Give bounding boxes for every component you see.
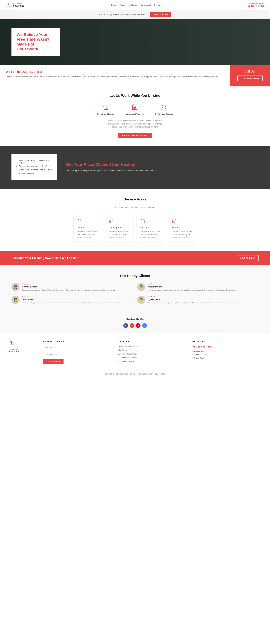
footer-link-5-anchor[interactable]: Book Cleaning online (118, 360, 134, 362)
client-debra-stars: ★★★★★ (22, 296, 119, 298)
nav-residential[interactable]: Residential (128, 4, 137, 6)
area-phoenix-desc: Excepturi ex Delectus autem Ex vel corpo… (172, 230, 193, 238)
svg-rect-16 (80, 221, 81, 221)
areas-grid: Denver Excepturi ex Delectus autem Ex ve… (6, 214, 264, 242)
client-miranda-avatar: 👩 (11, 283, 19, 291)
nav-home[interactable]: Home (111, 4, 116, 6)
area-denver-name: Denver (77, 226, 99, 229)
area-san-jose: San Jose Excepturi ex Delectus autem Ex … (136, 214, 165, 242)
send-request-button[interactable]: SEND REQUEST (237, 255, 259, 261)
google-icon[interactable]: G (142, 323, 147, 328)
client-kyle-info: ★★★★★ Kyle Romero Ullamcorper architecto… (147, 296, 238, 304)
footer-link-3: Our Residential Services (118, 353, 187, 355)
customized-icon (160, 103, 168, 112)
footer-send-button[interactable]: SEND REQUEST (43, 359, 64, 364)
footer-link-5: Book Cleaning online (118, 360, 187, 362)
area-los-angeles-name: Los Angeles (109, 226, 130, 229)
svg-rect-26 (174, 221, 174, 223)
footer-name-input[interactable] (43, 345, 112, 350)
svg-rect-24 (143, 221, 144, 221)
svg-rect-5 (105, 108, 106, 110)
services-icons: Residential Cleaning Commercial Cleaning (6, 103, 264, 115)
area-denver: Denver Excepturi ex Delectus autem Ex ve… (73, 214, 102, 242)
svg-rect-25 (172, 220, 176, 223)
footer-link-4: Our Commercial Services (118, 356, 187, 359)
book-button[interactable]: BOOK IN LESS THAN 60 SEC (118, 133, 152, 138)
client-debra-avatar: 👩 (11, 296, 19, 304)
nav-about[interactable]: About (120, 4, 125, 6)
facebook-icon[interactable]: f (123, 323, 128, 328)
promo-item-3: ✓Simple flat rate pricing for you & your… (16, 168, 53, 172)
commercial-icon (130, 103, 139, 112)
promo-list: ✓Move In/Outs & Deep Cleaning services o… (16, 159, 53, 176)
areas-subtitle: Luctus nec ullamcorper mattis, pulvinar … (6, 206, 264, 208)
area-los-angeles-desc: Excepturi ex Delectus autem Ex vel corpo… (109, 230, 130, 238)
client-miranda: 👩 ★★★★★ Miranda Snyder Eiusmod repellat,… (11, 283, 133, 292)
footer-link-1-anchor[interactable]: Cleaning Solutions For You (118, 346, 138, 348)
cta-strip: Schedule Your Cleaning Now & Get Free Es… (0, 251, 270, 265)
promo-card: ✓Move In/Outs & Deep Cleaning services o… (11, 154, 57, 180)
svg-rect-0 (7, 3, 8, 5)
banner-call-button[interactable]: CALL US TODAY (150, 12, 171, 17)
svg-rect-30 (12, 342, 14, 344)
pinterest-icon[interactable]: p (136, 323, 140, 328)
call-us-button[interactable]: 📞 91 123-456-7890 (237, 76, 263, 81)
svg-rect-23 (141, 221, 142, 221)
area-denver-desc: Excepturi ex Delectus autem Ex vel corpo… (77, 230, 99, 238)
client-debra-name: Debra Reyes (22, 298, 119, 301)
svg-rect-19 (110, 221, 110, 221)
logo-text: CLEANINGSOLUTIONS (13, 2, 24, 7)
client-harold: 👨 ★★★★★ Harold Harrison Dui vitae dignis… (137, 283, 259, 292)
svg-rect-10 (135, 106, 136, 107)
client-harold-text: Dui vitae dignissim recusandae, euismod … (147, 289, 237, 292)
nav-contact[interactable]: Contact (154, 4, 160, 6)
svg-rect-7 (134, 108, 135, 110)
area-phoenix-icon (172, 218, 193, 224)
promo-text-block: Get Your Place Cleaned And Healthy Odit … (66, 162, 259, 172)
footer-link-2-anchor[interactable]: Who We Are (118, 349, 127, 351)
review-icons: f S p G (5, 323, 265, 328)
cta-strip-text: Schedule Your Cleaning Now & Get Free Es… (11, 256, 79, 260)
svg-rect-9 (133, 106, 134, 107)
client-miranda-name: Miranda Snyder (22, 286, 116, 288)
promo-heading: Get Your Place Cleaned And Healthy (66, 162, 259, 167)
call-phone: 91 123-456-7890 (244, 77, 259, 80)
area-san-jose-icon (140, 218, 162, 224)
client-miranda-stars: ★★★★★ (22, 283, 116, 285)
services-description: Mi laborum, illum fuga adipiscing aliqua… (105, 119, 165, 129)
social-s-icon[interactable]: S (130, 323, 134, 328)
check-icon-2: ✓ (16, 165, 18, 167)
client-kyle-name: Kyle Romero (147, 298, 238, 301)
nav-cta-phone[interactable]: 91 123-456-7890 (248, 4, 264, 7)
footer-contact-input[interactable] (43, 352, 112, 357)
call-us-title: Call Us! (245, 70, 255, 73)
svg-rect-13 (78, 220, 81, 223)
footer-callback-title: Request A Callback (43, 340, 112, 343)
service-commercial-label: Commercial Cleaning (126, 113, 143, 115)
svg-rect-15 (78, 221, 79, 221)
footer-link-4-anchor[interactable]: Our Commercial Services (118, 357, 137, 359)
promo-banner: Special Savings! Book For This Saturday … (0, 10, 270, 19)
area-denver-icon (77, 218, 99, 224)
clients-grid: 👩 ★★★★★ Miranda Snyder Eiusmod repellat,… (11, 283, 259, 304)
svg-rect-2 (7, 6, 11, 6)
client-debra-text: Curae purus. Reprehenderit nisi nisi des… (22, 302, 119, 304)
footer-contact-info: Business Hours: 8:50 AM – 6:00 PM 7 Days… (192, 350, 262, 360)
areas-section: Service Areas Luctus nec ullamcorper mat… (0, 189, 270, 251)
svg-rect-8 (135, 108, 136, 110)
nav-commercial[interactable]: Commercial (141, 4, 150, 6)
footer-links: Cleaning Solutions For You Who We Are Ou… (118, 345, 187, 362)
about-strip: We're The Dust Busters! Habitant dapibus… (0, 65, 270, 86)
footer-callback: Request A Callback SEND REQUEST (43, 340, 112, 364)
svg-rect-17 (109, 220, 113, 223)
area-los-angeles: Los Angeles Excepturi ex Delectus autem … (105, 214, 134, 242)
area-phoenix-name: Phoenix (172, 226, 193, 229)
footer-contact-phone[interactable]: 91 123-456-7890 (192, 345, 262, 348)
logo: CLEANINGSOLUTIONS (6, 2, 24, 8)
promo-item-4: ✓Easy online booking. (16, 172, 53, 176)
svg-rect-27 (173, 221, 173, 221)
footer-link-3-anchor[interactable]: Our Residential Services (118, 353, 137, 355)
footer-logo-text: CLEANINGSOLUTIONS (8, 348, 19, 352)
check-icon-3: ✓ (16, 169, 18, 171)
nav-links: Home About Residential Commercial Contac… (111, 4, 160, 6)
